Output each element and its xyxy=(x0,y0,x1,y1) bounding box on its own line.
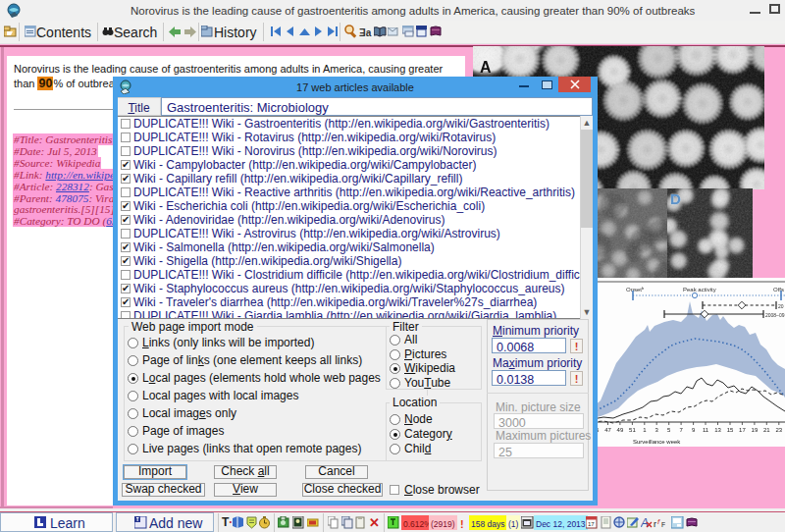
svg-text:2008–09: 2008–09 xyxy=(765,312,785,318)
svg-text:Surveillance week: Surveillance week xyxy=(633,439,681,445)
svg-text:11: 11 xyxy=(703,427,709,433)
svg-text:17: 17 xyxy=(588,521,595,527)
svg-text:20: 20 xyxy=(778,303,784,309)
svg-text:23: 23 xyxy=(775,427,782,433)
svg-text:21: 21 xyxy=(763,427,770,433)
svg-text:47: 47 xyxy=(604,427,611,433)
svg-text:A: A xyxy=(480,59,492,76)
svg-text:F: F xyxy=(661,521,665,528)
svg-text:Peak activity: Peak activity xyxy=(683,287,716,293)
svg-text:15: 15 xyxy=(727,427,734,433)
svg-text:17: 17 xyxy=(739,427,746,433)
svg-text:r: r xyxy=(654,519,656,529)
svg-text:49: 49 xyxy=(617,427,624,433)
svg-text:51: 51 xyxy=(629,427,636,433)
svg-text:19: 19 xyxy=(752,427,759,433)
svg-text:D: D xyxy=(670,190,681,207)
svg-text:Offs: Offs xyxy=(773,287,784,293)
svg-text:13: 13 xyxy=(714,427,721,433)
svg-text:f: f xyxy=(657,517,660,526)
